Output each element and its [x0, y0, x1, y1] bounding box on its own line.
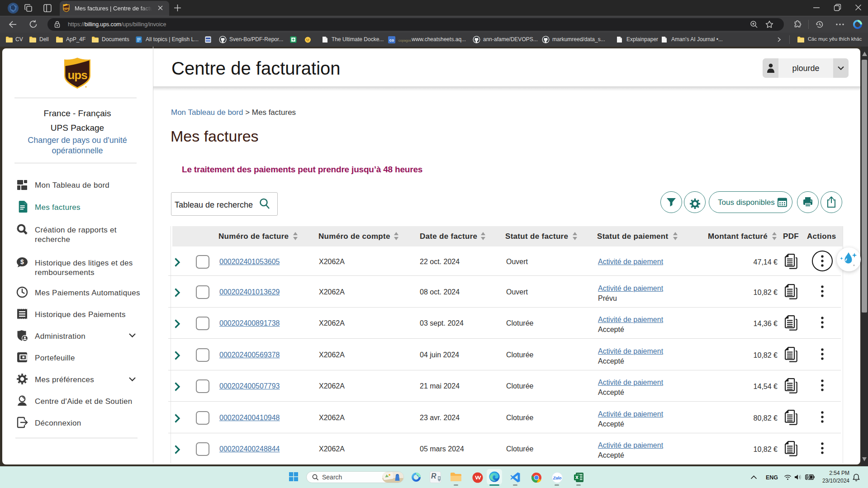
svg-text:ups: ups [67, 68, 87, 82]
svg-text:Zalo: Zalo [553, 476, 562, 480]
svg-text:ups: ups [63, 7, 69, 10]
svg-text:$: $ [20, 258, 24, 265]
svg-text:co: co [389, 38, 394, 43]
